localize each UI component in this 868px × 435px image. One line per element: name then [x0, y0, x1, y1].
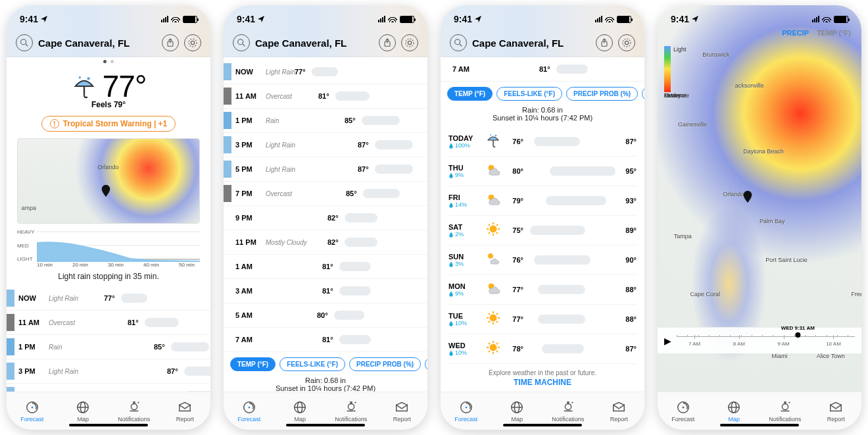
radar-thumbnail[interactable]: Orlando ampa	[17, 138, 200, 224]
chip-more[interactable]: PRECI	[642, 87, 644, 101]
forecast-content[interactable]: NOW Light Rain 77° 11 AM Overcast 81° 1 …	[224, 57, 427, 392]
share-button[interactable]	[162, 34, 179, 51]
hourly-row[interactable]: 11 AM Overcast 81°	[224, 84, 427, 109]
weather-warning[interactable]: ! Tropical Storm Warning | +1	[41, 116, 176, 132]
hourly-row[interactable]: 1 PM Rain 85°	[224, 109, 427, 133]
share-icon	[165, 38, 176, 48]
hourly-row[interactable]: 5 PM Light Rain 87°	[7, 384, 210, 392]
status-bar: 9:41	[441, 5, 644, 28]
chip-precip[interactable]: PRECIP PROB (%)	[566, 87, 638, 101]
home-indicator[interactable]	[503, 424, 582, 426]
timeline-track[interactable]: 7 AM8 AM9 AM10 AMWED 9:31 AM	[677, 336, 855, 352]
home-indicator[interactable]	[69, 424, 148, 426]
hourly-row[interactable]: 3 AM 81°	[224, 279, 427, 303]
hourly-list[interactable]: NOW Light Rain 77° 11 AM Overcast 81° 1 …	[224, 60, 427, 352]
map-content[interactable]: PRECIP TEMP (°F) LightModerate HeavyExtr…	[658, 5, 861, 392]
daily-row[interactable]: TODAY 100% 76° 87°	[448, 127, 637, 157]
location-title[interactable]: Cape Canaveral, FL	[472, 38, 591, 49]
hourly-row[interactable]: 5 PM Light Rain 87°	[224, 157, 427, 182]
timeline-now[interactable]: WED 9:31 AM	[781, 325, 815, 338]
hourly-row[interactable]: NOW Light Rain 77°	[224, 60, 427, 84]
hourly-row[interactable]: 3 PM Light Rain 87°	[224, 133, 427, 157]
phone-2: 9:41 Cape Canaveral, FL NOW Light Rain 7…	[224, 5, 427, 430]
hourly-row[interactable]: 11 PM Mostly Cloudy 82°	[224, 230, 427, 255]
current-temp: 77°	[103, 68, 147, 104]
hourly-row[interactable]: 1 PM Rain 85°	[7, 335, 210, 359]
daily-row[interactable]: SUN 3% 76° 90°	[448, 245, 637, 275]
low-temp: 76°	[505, 138, 523, 145]
hourly-row[interactable]: 7 PM Overcast 85°	[224, 182, 427, 206]
hourly-list[interactable]: NOW Light Rain 77° 11 AM Overcast 81° 1 …	[7, 286, 210, 392]
daily-row[interactable]: FRI 14% 79° 93°	[448, 186, 637, 216]
hourly-list[interactable]: 7 AM 81°	[441, 57, 644, 82]
temp-range-bar	[345, 238, 377, 247]
map-place-label: Miami	[772, 353, 788, 359]
search-button[interactable]	[16, 34, 33, 51]
share-button[interactable]	[379, 34, 396, 51]
time-machine-link[interactable]: TIME MACHINE	[441, 378, 644, 387]
play-button[interactable]: ▶	[664, 336, 671, 346]
daily-row[interactable]: MON 9% 77° 88°	[448, 275, 637, 305]
map-tab-temp[interactable]: TEMP (°F)	[817, 29, 851, 37]
home-indicator[interactable]	[720, 424, 799, 426]
daily-row[interactable]: WED 10% 78° 87°	[448, 334, 637, 364]
hourly-row[interactable]: 7 AM 81°	[224, 328, 427, 352]
chip-feels[interactable]: FEELS-LIKE (°F)	[496, 87, 562, 101]
hour-time: 5 PM	[235, 165, 266, 173]
hour-time: NOW	[18, 294, 49, 302]
temp-range-bar	[339, 335, 371, 344]
page-dots[interactable]	[7, 60, 210, 63]
search-button[interactable]	[233, 34, 250, 51]
map-place-label: Orlando	[723, 191, 744, 197]
tab-forecast[interactable]: Forecast	[658, 392, 709, 430]
map-label: ampa	[22, 205, 37, 211]
daily-row[interactable]: SAT 2% 75° 89°	[448, 216, 637, 245]
hourly-row[interactable]: 3 PM Light Rain 87°	[7, 359, 210, 384]
forecast-content[interactable]: 77° Feels 79° ! Tropical Storm Warning |…	[7, 57, 210, 392]
daily-row[interactable]: TUE 10% 77° 88°	[448, 305, 637, 334]
day-name: THU	[448, 164, 481, 172]
daily-list[interactable]: TODAY 100% 76° 87° THU 9% 80° 95° FRI 14…	[441, 127, 644, 364]
home-indicator[interactable]	[286, 424, 365, 426]
weather-icon	[485, 192, 501, 210]
settings-button[interactable]	[401, 34, 418, 51]
map-place-label: Tampa	[674, 233, 692, 240]
clock: 9:41	[454, 14, 472, 24]
tab-report[interactable]: Report	[160, 392, 211, 430]
hour-time: 7 AM	[235, 336, 266, 344]
tab-report[interactable]: Report	[594, 392, 645, 430]
tab-forecast[interactable]: Forecast	[224, 392, 275, 430]
hourly-row[interactable]: 11 AM Overcast 81°	[7, 311, 210, 335]
search-button[interactable]	[450, 34, 467, 51]
hourly-row[interactable]: NOW Light Rain 77°	[7, 286, 210, 311]
location-title[interactable]: Cape Canaveral, FL	[255, 38, 374, 49]
umbrella-icon	[71, 73, 97, 99]
hourly-row[interactable]: 7 AM 81°	[441, 57, 644, 82]
chip-temp[interactable]: TEMP (°F)	[447, 87, 493, 101]
tab-forecast[interactable]: Forecast	[441, 392, 492, 430]
hourly-row[interactable]: 5 AM 80°	[224, 303, 427, 328]
map-tab-precip[interactable]: PRECIP	[782, 29, 809, 37]
hourly-row[interactable]: 1 AM 81°	[224, 255, 427, 279]
tab-forecast[interactable]: Forecast	[7, 392, 58, 430]
day-name: MON	[448, 282, 481, 290]
temp-range-bar	[375, 140, 413, 149]
chip-temp[interactable]: TEMP (°F)	[230, 357, 276, 371]
daily-row[interactable]: THU 9% 80° 95°	[448, 157, 637, 186]
forecast-content[interactable]: 7 AM 81° TEMP (°F) FEELS-LIKE (°F) PRECI…	[441, 57, 644, 392]
tab-report[interactable]: Report	[377, 392, 428, 430]
settings-button[interactable]	[618, 34, 635, 51]
chip-more[interactable]: PRECI	[425, 357, 427, 371]
hourly-row[interactable]: 9 PM 82°	[224, 206, 427, 230]
low-temp: 79°	[505, 197, 523, 205]
timeline-tick: 10 AM	[826, 341, 841, 347]
chip-precip[interactable]: PRECIP PROB (%)	[349, 357, 421, 371]
settings-button[interactable]	[184, 34, 201, 51]
map-timeline[interactable]: ▶ 7 AM8 AM9 AM10 AMWED 9:31 AM	[658, 327, 861, 353]
tab-report[interactable]: Report	[811, 392, 862, 430]
hour-temp: 82°	[327, 214, 339, 222]
chip-feels[interactable]: FEELS-LIKE (°F)	[279, 357, 345, 371]
daily-summary: Rain: 0.68 inSunset in 10¼ hours (7:42 P…	[441, 106, 644, 127]
share-button[interactable]	[596, 34, 613, 51]
location-title[interactable]: Cape Canaveral, FL	[38, 38, 157, 49]
